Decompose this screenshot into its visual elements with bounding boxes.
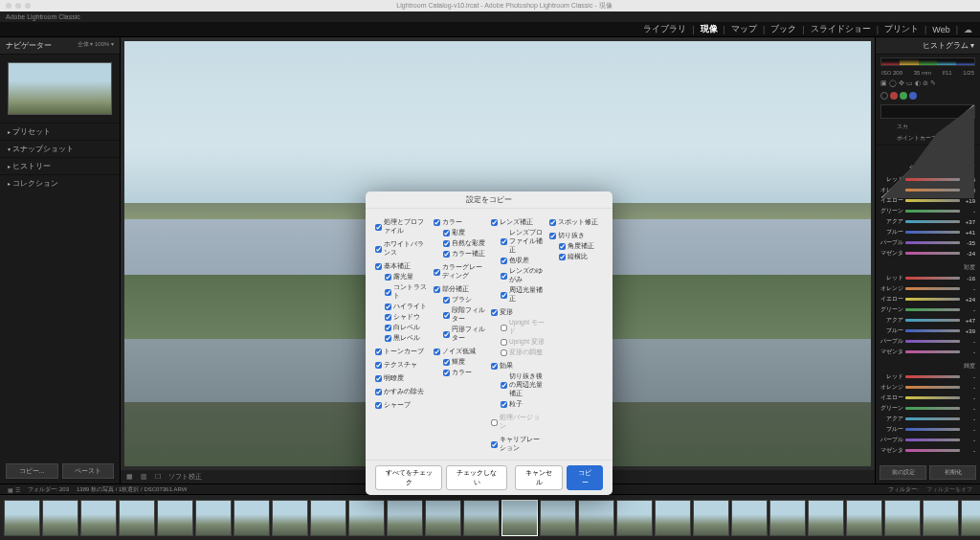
hsl-slider[interactable]: オレンジ- [880, 283, 975, 294]
navigator-preview[interactable] [8, 62, 112, 115]
histogram-header[interactable]: ヒストグラム ▾ [876, 37, 980, 55]
hsl-slider[interactable]: パープル- [880, 336, 975, 347]
filmstrip[interactable] [0, 494, 980, 540]
hsl-slider[interactable]: マゼンタ-24 [880, 248, 975, 259]
histogram[interactable] [880, 57, 975, 66]
zoom-icon[interactable] [25, 3, 31, 9]
filmstrip-thumb[interactable] [425, 500, 461, 536]
hsl-slider[interactable]: イエロー- [880, 393, 975, 403]
tab-print[interactable]: プリント [884, 23, 919, 35]
filmstrip-thumb[interactable] [42, 500, 78, 536]
filmstrip-thumb[interactable] [195, 500, 232, 536]
filmstrip-thumb[interactable] [540, 500, 576, 536]
section-collections[interactable]: コレクション [0, 174, 120, 191]
filmstrip-thumb[interactable] [578, 500, 614, 536]
hsl-slider[interactable]: グリーン- [880, 403, 975, 414]
hsl-slider[interactable]: アクア- [880, 414, 975, 424]
filmstrip-thumb[interactable] [769, 500, 806, 536]
hsl-slider[interactable]: レッド-16 [880, 273, 975, 283]
filmstrip-thumb[interactable] [119, 500, 155, 536]
section-presets[interactable]: プリセット [0, 123, 120, 140]
hsl-slider[interactable]: グリーン- [880, 304, 975, 315]
section-history[interactable]: ヒストリー [0, 157, 120, 174]
hsl-slider[interactable]: ブルー+39 [880, 326, 975, 336]
hsl-slider[interactable]: ブルー- [880, 424, 975, 435]
adjust-tools[interactable]: ▣ ◯ ✜ ▭ ◐ ⊘ ✎ [876, 77, 980, 90]
reset-button[interactable]: 初期化 [929, 465, 976, 480]
color-label-row[interactable] [876, 90, 980, 101]
filmstrip-thumb[interactable] [884, 500, 921, 536]
previous-button[interactable]: 前の設定 [880, 465, 926, 480]
filmstrip-thumb[interactable] [80, 500, 117, 536]
dialog-title: 設定をコピー [366, 191, 612, 209]
filmstrip-thumb[interactable] [387, 500, 423, 536]
filmstrip-thumb[interactable] [310, 500, 346, 536]
filmstrip-thumb[interactable] [616, 500, 653, 536]
window-title: Lightroom Catalog-v10.lrcat - Adobe Phot… [34, 1, 974, 11]
hsl-slider[interactable]: ブルー+41 [880, 227, 975, 237]
tab-slideshow[interactable]: スライドショー [811, 23, 871, 35]
navigator-header[interactable]: ナビゲーター 全体 ▾ 100% ▾ [0, 37, 120, 55]
close-icon[interactable] [6, 3, 11, 9]
tone-curve[interactable] [880, 104, 975, 119]
section-snapshots[interactable]: スナップショット [0, 140, 120, 157]
cloud-icon[interactable]: ☁ [964, 25, 972, 34]
tab-map[interactable]: マップ [731, 23, 757, 35]
histogram-info: ISO 20035 mm f/111/25 [876, 69, 980, 77]
check-all-button[interactable]: すべてをチェック [375, 465, 442, 490]
left-panel: ナビゲーター 全体 ▾ 100% ▾ プリセット スナップショット ヒストリー … [0, 37, 121, 484]
loupe-icon[interactable]: ▦ [126, 473, 133, 481]
hsl-slider[interactable]: アクア+37 [880, 216, 975, 227]
grid-icon[interactable]: ▦ ☰ [8, 486, 20, 493]
copy-button[interactable]: コピー... [6, 463, 58, 479]
hsl-slider[interactable]: グリーン- [880, 206, 975, 216]
copy-ok-button[interactable]: コピー [567, 465, 603, 490]
module-tabs: ライブラリ| 現像| マップ| ブック| スライドショー| プリント| Web|… [0, 22, 980, 37]
filmstrip-thumb[interactable] [272, 500, 308, 536]
hsl-slider[interactable]: パープル- [880, 435, 975, 445]
hsl-slider[interactable]: マゼンタ- [880, 445, 975, 456]
filmstrip-thumb[interactable] [157, 500, 193, 536]
filmstrip-thumb[interactable] [463, 500, 500, 536]
soft-proof-toggle[interactable]: ソフト校正 [168, 472, 202, 482]
filmstrip-thumb[interactable] [234, 500, 270, 536]
cancel-button[interactable]: キャンセル [515, 465, 564, 490]
tab-library[interactable]: ライブラリ [643, 23, 686, 35]
copy-settings-dialog: 設定をコピー 処理とプロファイル ホワイトバランス 基本補正 露光量コントラスト… [366, 191, 612, 495]
menubar[interactable]: Adobe Lightroom Classic [0, 11, 980, 22]
hsl-slider[interactable]: パープル-35 [880, 237, 975, 248]
filmstrip-thumb[interactable] [693, 500, 729, 536]
check-none-button[interactable]: チェックしない [446, 465, 507, 490]
compare-icon[interactable]: ▥ [141, 473, 147, 481]
hsl-slider[interactable]: イエロー+24 [880, 294, 975, 304]
filmstrip-thumb[interactable] [4, 500, 40, 536]
filmstrip-thumb[interactable] [655, 500, 691, 536]
filmstrip-thumb[interactable] [501, 500, 538, 536]
filmstrip-thumb[interactable] [961, 500, 980, 536]
hsl-slider[interactable]: マゼンタ- [880, 347, 975, 357]
hsl-slider[interactable]: オレンジ- [880, 382, 975, 393]
filmstrip-thumb[interactable] [923, 500, 959, 536]
tab-web[interactable]: Web [932, 25, 949, 34]
hsl-slider[interactable]: アクア+47 [880, 315, 975, 326]
filmstrip-thumb[interactable] [808, 500, 844, 536]
right-panel: ヒストグラム ▾ ISO 20035 mm f/111/25 ▣ ◯ ✜ ▭ ◐… [875, 37, 980, 484]
titlebar: Lightroom Catalog-v10.lrcat - Adobe Phot… [0, 0, 980, 11]
filmstrip-thumb[interactable] [846, 500, 882, 536]
minimize-icon[interactable] [15, 3, 21, 9]
filmstrip-thumb[interactable] [348, 500, 385, 536]
tab-develop[interactable]: 現像 [701, 23, 718, 35]
tab-book[interactable]: ブック [770, 23, 796, 35]
hsl-slider[interactable]: レッド- [880, 371, 975, 382]
filmstrip-thumb[interactable] [731, 500, 768, 536]
paste-button[interactable]: ペースト [62, 463, 115, 479]
